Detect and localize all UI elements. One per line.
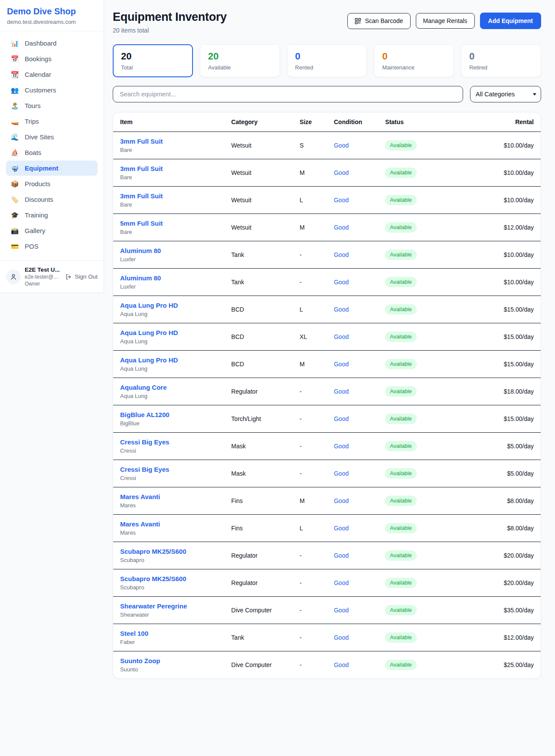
sidebar-item-training[interactable]: 🎓 Training	[6, 207, 98, 223]
stat-card-available[interactable]: 20 Available	[200, 44, 280, 77]
people-icon: 👥	[10, 87, 19, 93]
condition-link[interactable]: Good	[334, 415, 349, 422]
status-badge: Available	[385, 168, 417, 178]
item-size: -	[293, 405, 327, 433]
stat-card-retired[interactable]: 0 Retired	[461, 44, 541, 77]
item-name-link[interactable]: Cressi Big Eyes	[120, 438, 217, 446]
item-category: Fins	[224, 515, 293, 542]
item-size: -	[293, 460, 327, 487]
item-size: M	[293, 487, 327, 515]
condition-link[interactable]: Good	[334, 169, 349, 176]
rental-price: $12.00/day	[472, 624, 541, 651]
condition-link[interactable]: Good	[334, 333, 349, 340]
barcode-icon	[355, 18, 361, 24]
category-filter[interactable]: All Categories	[470, 86, 541, 102]
sidebar-item-calendar[interactable]: 📆 Calendar	[6, 67, 98, 82]
table-row: 5mm Full Suit Bare Wetsuit M Good Availa…	[113, 214, 541, 241]
item-name-link[interactable]: Scubapro MK25/S600	[120, 575, 217, 582]
item-name-link[interactable]: 5mm Full Suit	[120, 220, 217, 227]
sidebar-item-pos[interactable]: 💳 POS	[6, 239, 98, 254]
status-badge: Available	[385, 359, 417, 369]
sidebar-item-products[interactable]: 📦 Products	[6, 176, 98, 191]
item-name-link[interactable]: 3mm Full Suit	[120, 138, 217, 145]
condition-link[interactable]: Good	[334, 224, 349, 231]
item-size: M	[293, 159, 327, 187]
item-name-link[interactable]: 3mm Full Suit	[120, 165, 217, 172]
condition-link[interactable]: Good	[334, 443, 349, 450]
item-size: -	[293, 624, 327, 651]
item-name-link[interactable]: Suunto Zoop	[120, 657, 217, 664]
manage-rentals-button[interactable]: Manage Rentals	[416, 13, 475, 29]
sidebar-item-equipment[interactable]: 🤿 Equipment	[6, 161, 98, 176]
condition-link[interactable]: Good	[334, 361, 349, 368]
condition-link[interactable]: Good	[334, 607, 349, 614]
item-name-link[interactable]: Scubapro MK25/S600	[120, 548, 217, 555]
condition-link[interactable]: Good	[334, 497, 349, 504]
item-name-link[interactable]: Steel 100	[120, 630, 217, 637]
item-name-link[interactable]: Mares Avanti	[120, 493, 217, 500]
sidebar-item-gallery[interactable]: 📸 Gallery	[6, 223, 98, 238]
item-name-link[interactable]: Aqua Lung Pro HD	[120, 329, 217, 336]
table-row: Mares Avanti Mares Fins L Good Available…	[113, 515, 541, 542]
item-category: Wetsuit	[224, 214, 293, 241]
item-name-link[interactable]: Shearwater Peregrine	[120, 602, 217, 610]
item-name-link[interactable]: Aqua Lung Pro HD	[120, 302, 217, 309]
item-category: Tank	[224, 241, 293, 269]
sidebar-item-dashboard[interactable]: 📊 Dashboard	[6, 36, 98, 51]
table-body: 3mm Full Suit Bare Wetsuit S Good Availa…	[113, 132, 541, 679]
rental-price: $35.00/day	[472, 597, 541, 624]
table-row: Cressi Big Eyes Cressi Mask - Good Avail…	[113, 433, 541, 460]
sidebar-nav: 📊 Dashboard 📅 Bookings 📆 Calendar 👥 Cust…	[0, 31, 104, 257]
condition-link[interactable]: Good	[334, 251, 349, 258]
status-badge: Available	[385, 605, 417, 615]
condition-link[interactable]: Good	[334, 142, 349, 149]
table-row: Aqua Lung Pro HD Aqua Lung BCD M Good Av…	[113, 351, 541, 378]
item-size: -	[293, 651, 327, 679]
sign-out-button[interactable]: Sign Out	[65, 273, 98, 280]
package-icon: 📦	[10, 181, 19, 187]
item-category: Wetsuit	[224, 132, 293, 159]
item-name-link[interactable]: BigBlue AL1200	[120, 411, 217, 418]
item-name-link[interactable]: Aluminum 80	[120, 247, 217, 254]
rental-price: $20.00/day	[472, 569, 541, 597]
user-role: Owner	[25, 281, 61, 287]
rental-price: $15.00/day	[472, 296, 541, 323]
sidebar-item-discounts[interactable]: 🏷️ Discounts	[6, 192, 98, 207]
item-name-link[interactable]: Mares Avanti	[120, 520, 217, 528]
item-name-link[interactable]: Cressi Big Eyes	[120, 466, 217, 473]
condition-link[interactable]: Good	[334, 525, 349, 532]
item-name-link[interactable]: Aluminum 80	[120, 274, 217, 282]
item-name-link[interactable]: Aqua Lung Pro HD	[120, 356, 217, 364]
item-name-link[interactable]: Aqualung Core	[120, 384, 217, 391]
add-equipment-button[interactable]: Add Equipment	[480, 13, 541, 29]
condition-link[interactable]: Good	[334, 197, 349, 204]
condition-link[interactable]: Good	[334, 388, 349, 395]
condition-link[interactable]: Good	[334, 470, 349, 477]
stat-card-rented[interactable]: 0 Rented	[287, 44, 367, 77]
wave-icon: 🌊	[10, 134, 19, 140]
brand-name[interactable]: Demo Dive Shop	[7, 7, 97, 16]
condition-link[interactable]: Good	[334, 306, 349, 313]
condition-link[interactable]: Good	[334, 634, 349, 641]
sidebar-item-trips[interactable]: 🚤 Trips	[6, 114, 98, 129]
sidebar-item-tours[interactable]: 🏝️ Tours	[6, 98, 98, 113]
column-header-item: Item	[113, 112, 224, 132]
status-badge: Available	[385, 468, 417, 479]
status-badge: Available	[385, 523, 417, 533]
sidebar-item-bookings[interactable]: 📅 Bookings	[6, 51, 98, 66]
rental-price: $15.00/day	[472, 323, 541, 351]
sidebar-item-dive-sites[interactable]: 🌊 Dive Sites	[6, 129, 98, 145]
sidebar-item-boats[interactable]: ⛵ Boats	[6, 145, 98, 160]
item-name-link[interactable]: 3mm Full Suit	[120, 192, 217, 200]
search-input[interactable]	[113, 86, 463, 102]
stat-card-total[interactable]: 20 Total	[113, 44, 193, 77]
condition-link[interactable]: Good	[334, 661, 349, 668]
user-section: E2E Test U... e2e-tester@... Owner Sign …	[0, 260, 104, 293]
stat-card-maintenance[interactable]: 0 Maintenance	[374, 44, 454, 77]
condition-link[interactable]: Good	[334, 279, 349, 286]
sidebar-item-customers[interactable]: 👥 Customers	[6, 82, 98, 98]
scan-barcode-button[interactable]: Scan Barcode	[347, 13, 411, 29]
item-category: Mask	[224, 460, 293, 487]
condition-link[interactable]: Good	[334, 579, 349, 586]
condition-link[interactable]: Good	[334, 552, 349, 559]
